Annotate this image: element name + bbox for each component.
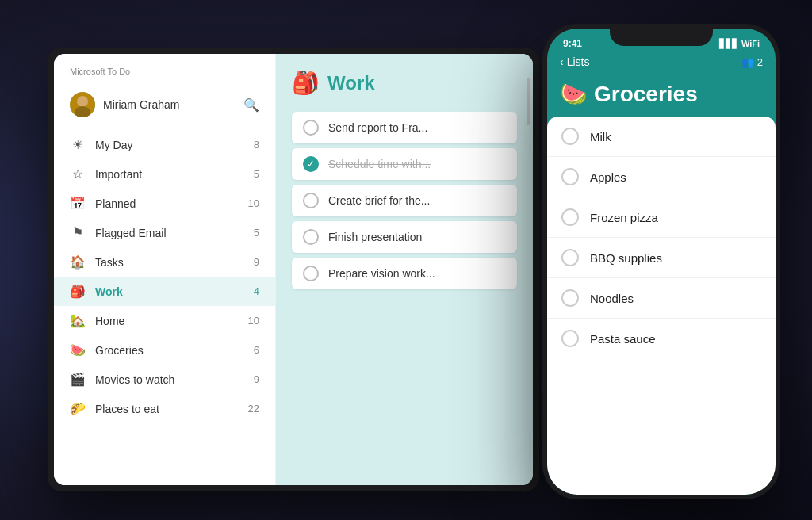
grocery-item-1[interactable]: Milk bbox=[547, 117, 776, 157]
search-button[interactable]: 🔍 bbox=[243, 98, 259, 113]
phone-screen: 9:41 ▋▋▋ WiFi ‹ Lists 👥 2 🍉 Groceries Mi… bbox=[547, 29, 776, 495]
task-text-3: Create brief for the... bbox=[328, 194, 430, 207]
nav-count-tasks: 9 bbox=[254, 256, 259, 268]
nav-count-home: 10 bbox=[248, 315, 259, 327]
sidebar-item-groceries[interactable]: 🍉 Groceries 6 bbox=[54, 335, 275, 365]
user-name: Miriam Graham bbox=[103, 98, 236, 111]
sidebar-item-movies-to-watch[interactable]: 🎬 Movies to watch 9 bbox=[54, 365, 275, 394]
nav-count-work: 4 bbox=[254, 285, 259, 297]
task-text-1: Send report to Fra... bbox=[328, 121, 427, 134]
avatar bbox=[70, 92, 95, 117]
tablet-screen: Microsoft To Do Miriam Graham 🔍 ☀ My Day… bbox=[54, 54, 533, 485]
work-icon: 🎒 bbox=[70, 284, 86, 299]
nav-count-places-to-eat: 22 bbox=[248, 403, 259, 415]
nav-label-important: Important bbox=[95, 168, 244, 181]
task-item-2[interactable]: ✓ Schedule time with... bbox=[292, 148, 517, 180]
home-icon: 🏡 bbox=[70, 313, 86, 328]
grocery-checkbox-3[interactable] bbox=[561, 208, 579, 226]
phone-list-name: Groceries bbox=[594, 82, 698, 107]
grocery-text-2: Apples bbox=[590, 170, 626, 184]
phone-items-list: Milk Apples Frozen pizza BBQ supplies No… bbox=[547, 117, 776, 495]
nav-label-my-day: My Day bbox=[95, 139, 244, 151]
sidebar-item-tasks[interactable]: 🏠 Tasks 9 bbox=[54, 247, 275, 277]
task-checkbox-4[interactable] bbox=[303, 229, 319, 245]
list-header-title: Work bbox=[327, 72, 375, 94]
tasks-list: Send report to Fra... ✓ Schedule time wi… bbox=[292, 112, 517, 289]
movies-to-watch-icon: 🎬 bbox=[70, 372, 86, 387]
nav-count-my-day: 8 bbox=[254, 139, 259, 151]
task-text-5: Prepare vision work... bbox=[328, 267, 435, 280]
list-header-icon: 🎒 bbox=[292, 70, 320, 96]
nav-label-tasks: Tasks bbox=[95, 256, 244, 269]
task-item-4[interactable]: Finish presentation bbox=[292, 221, 517, 253]
sidebar-item-my-day[interactable]: ☀ My Day 8 bbox=[54, 130, 275, 159]
phone-nav-bar: ‹ Lists 👥 2 bbox=[547, 52, 776, 75]
task-item-5[interactable]: Prepare vision work... bbox=[292, 258, 517, 289]
task-item-1[interactable]: Send report to Fra... bbox=[292, 112, 517, 143]
grocery-checkbox-5[interactable] bbox=[561, 289, 579, 307]
grocery-checkbox-1[interactable] bbox=[561, 128, 579, 145]
nav-count-groceries: 6 bbox=[254, 344, 259, 356]
scroll-indicator[interactable] bbox=[527, 78, 530, 125]
signal-icon: ▋▋▋ bbox=[719, 39, 738, 49]
my-day-icon: ☀ bbox=[70, 137, 86, 152]
grocery-text-4: BBQ supplies bbox=[590, 251, 662, 265]
phone-title-area: 🍉 Groceries bbox=[547, 75, 776, 117]
task-checkbox-5[interactable] bbox=[303, 266, 319, 281]
main-content: 🎒 Work Send report to Fra... ✓ Schedule … bbox=[276, 54, 533, 485]
back-label: Lists bbox=[567, 55, 590, 68]
phone-action[interactable]: 👥 2 bbox=[741, 56, 763, 68]
back-button[interactable]: ‹ Lists bbox=[560, 55, 589, 68]
places-to-eat-icon: 🌮 bbox=[70, 401, 86, 416]
sidebar-item-planned[interactable]: 📅 Planned 10 bbox=[54, 189, 275, 218]
nav-label-movies-to-watch: Movies to watch bbox=[95, 373, 244, 386]
grocery-item-4[interactable]: BBQ supplies bbox=[547, 238, 776, 278]
nav-label-places-to-eat: Places to eat bbox=[95, 403, 239, 415]
sidebar: Microsoft To Do Miriam Graham 🔍 ☀ My Day… bbox=[54, 54, 276, 485]
task-text-4: Finish presentation bbox=[328, 231, 422, 243]
chevron-left-icon: ‹ bbox=[560, 55, 564, 68]
grocery-text-3: Frozen pizza bbox=[590, 211, 658, 224]
nav-label-flagged-email: Flagged Email bbox=[95, 227, 244, 239]
grocery-checkbox-4[interactable] bbox=[561, 249, 579, 266]
grocery-item-3[interactable]: Frozen pizza bbox=[547, 197, 776, 238]
task-text-2: Schedule time with... bbox=[328, 158, 431, 170]
wifi-icon: WiFi bbox=[741, 39, 760, 48]
svg-point-1 bbox=[77, 96, 88, 107]
phone-device: 9:41 ▋▋▋ WiFi ‹ Lists 👥 2 🍉 Groceries Mi… bbox=[542, 24, 780, 499]
grocery-item-2[interactable]: Apples bbox=[547, 157, 776, 197]
sidebar-item-work[interactable]: 🎒 Work 4 bbox=[54, 277, 275, 306]
nav-label-planned: Planned bbox=[95, 197, 239, 210]
app-title: Microsoft To Do bbox=[54, 67, 275, 86]
sidebar-item-places-to-eat[interactable]: 🌮 Places to eat 22 bbox=[54, 394, 275, 423]
nav-count-planned: 10 bbox=[248, 197, 259, 209]
grocery-item-5[interactable]: Noodles bbox=[547, 278, 776, 319]
nav-label-work: Work bbox=[95, 285, 244, 298]
grocery-text-6: Pasta sauce bbox=[590, 332, 656, 346]
nav-count-flagged-email: 5 bbox=[254, 227, 259, 239]
status-icons: ▋▋▋ WiFi bbox=[719, 39, 760, 49]
nav-count-important: 5 bbox=[254, 168, 259, 180]
groceries-icon: 🍉 bbox=[70, 342, 86, 358]
grocery-checkbox-2[interactable] bbox=[561, 168, 579, 185]
sidebar-item-important[interactable]: ☆ Important 5 bbox=[54, 159, 275, 189]
phone-notch bbox=[610, 24, 713, 46]
task-item-3[interactable]: Create brief for the... bbox=[292, 185, 517, 216]
nav-label-home: Home bbox=[95, 315, 239, 327]
sidebar-item-home[interactable]: 🏡 Home 10 bbox=[54, 306, 275, 335]
task-checkbox-1[interactable] bbox=[303, 120, 319, 136]
task-checkbox-3[interactable] bbox=[303, 193, 319, 208]
task-checkbox-2[interactable]: ✓ bbox=[303, 156, 319, 172]
sidebar-item-flagged-email[interactable]: ⚑ Flagged Email 5 bbox=[54, 218, 275, 247]
phone-list-title: 🍉 Groceries bbox=[560, 81, 763, 107]
grocery-items: Milk Apples Frozen pizza BBQ supplies No… bbox=[547, 117, 776, 358]
nav-label-groceries: Groceries bbox=[95, 344, 244, 357]
user-profile[interactable]: Miriam Graham 🔍 bbox=[54, 86, 275, 124]
grocery-checkbox-6[interactable] bbox=[561, 330, 579, 347]
flagged-email-icon: ⚑ bbox=[70, 225, 86, 240]
grocery-item-6[interactable]: Pasta sauce bbox=[547, 319, 776, 358]
grocery-text-1: Milk bbox=[590, 130, 611, 143]
tablet-device: Microsoft To Do Miriam Graham 🔍 ☀ My Day… bbox=[48, 48, 539, 491]
grocery-text-5: Noodles bbox=[590, 292, 634, 305]
nav-count-movies-to-watch: 9 bbox=[254, 373, 259, 385]
